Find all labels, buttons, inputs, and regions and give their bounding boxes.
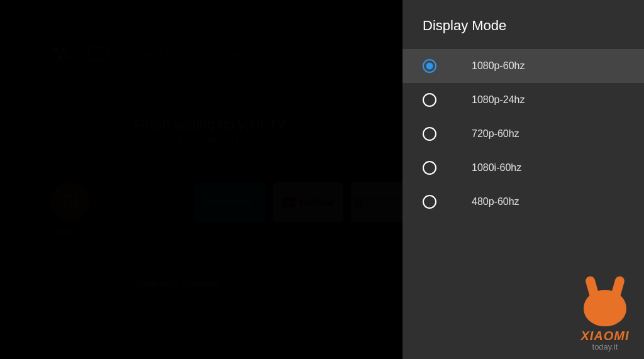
watermark-brand: XIAOMI bbox=[580, 329, 629, 343]
radio-unchecked-icon bbox=[423, 195, 436, 209]
xiaomi-bunny-icon bbox=[574, 276, 636, 326]
option-label: 1080p-24hz bbox=[472, 94, 525, 106]
radio-unchecked-icon bbox=[423, 161, 436, 175]
radio-unchecked-icon bbox=[423, 93, 436, 107]
watermark: XIAOMI today.it bbox=[574, 276, 636, 351]
option-1080p-60hz[interactable]: 1080p-60hz bbox=[402, 49, 644, 83]
watermark-site: today.it bbox=[592, 342, 618, 351]
option-label: 1080p-60hz bbox=[472, 60, 525, 72]
option-1080i-60hz[interactable]: 1080i-60hz bbox=[402, 151, 644, 185]
option-label: 1080i-60hz bbox=[472, 162, 521, 174]
option-720p-60hz[interactable]: 720p-60hz bbox=[402, 117, 644, 151]
option-480p-60hz[interactable]: 480p-60hz bbox=[402, 185, 644, 219]
option-label: 720p-60hz bbox=[472, 128, 519, 140]
radio-unchecked-icon bbox=[423, 127, 436, 141]
dim-overlay bbox=[0, 0, 402, 359]
option-1080p-24hz[interactable]: 1080p-24hz bbox=[402, 83, 644, 117]
panel-title: Display Mode bbox=[402, 0, 644, 49]
option-label: 480p-60hz bbox=[472, 196, 519, 207]
radio-checked-icon bbox=[423, 59, 436, 73]
display-mode-options: 1080p-60hz 1080p-24hz 720p-60hz 1080i-60… bbox=[402, 49, 644, 219]
